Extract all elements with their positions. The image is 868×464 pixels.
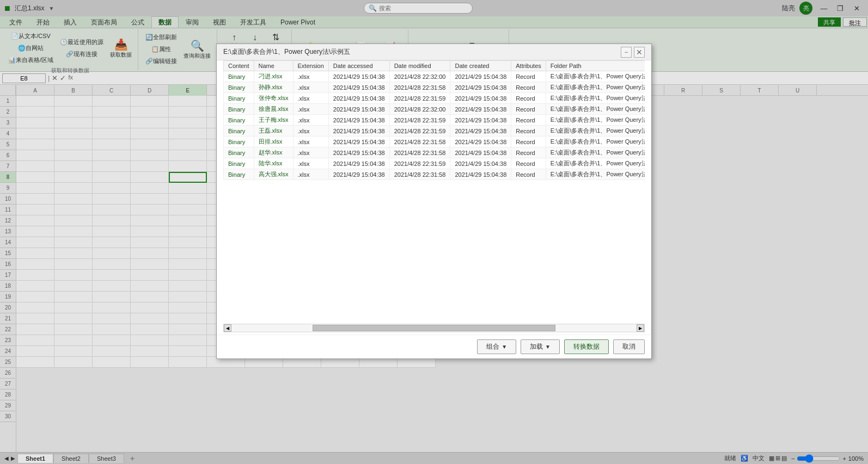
table-cell: 2021/4/29 15:04:38 bbox=[450, 147, 511, 158]
table-cell: 徐唐晨.xlsx bbox=[254, 104, 293, 115]
table-cell: 2021/4/29 15:04:38 bbox=[328, 93, 389, 104]
table-cell: 田排.xlsx bbox=[254, 137, 293, 147]
table-cell: Record bbox=[511, 126, 546, 137]
table-row: Binary徐唐晨.xlsx.xlsx2021/4/29 15:04:38202… bbox=[224, 104, 645, 115]
transform-button[interactable]: 转换数据 bbox=[564, 339, 609, 354]
dialog-minimize-button[interactable]: − bbox=[621, 47, 632, 58]
table-cell: 王子梅.xlsx bbox=[254, 115, 293, 126]
table-cell: 2021/4/29 15:04:38 bbox=[328, 115, 389, 126]
scroll-track[interactable] bbox=[231, 325, 637, 331]
table-cell: E:\桌面\多表合并\1、Power Query法\示例 bbox=[546, 93, 645, 104]
table-cell: Record bbox=[511, 169, 546, 180]
table-cell: .xlsx bbox=[293, 93, 328, 104]
col-header-extension: Extension bbox=[293, 61, 328, 71]
table-cell: .xlsx bbox=[293, 169, 328, 180]
scroll-right-arrow[interactable]: ▶ bbox=[637, 324, 644, 332]
dialog-table-body: Binary刁进.xlsx.xlsx2021/4/29 15:04:382021… bbox=[224, 71, 645, 180]
col-header-folder-path: Folder Path bbox=[546, 61, 645, 71]
table-cell: E:\桌面\多表合并\1、Power Query法\示例 bbox=[546, 82, 645, 93]
table-cell: Binary bbox=[224, 169, 254, 180]
table-cell: Binary bbox=[224, 71, 254, 82]
table-cell: 2021/4/29 15:04:38 bbox=[450, 93, 511, 104]
table-cell: 2021/4/29 15:04:38 bbox=[328, 147, 389, 158]
table-cell: Record bbox=[511, 71, 546, 82]
col-header-date-created: Date created bbox=[450, 61, 511, 71]
table-cell: 2021/4/29 15:04:38 bbox=[450, 126, 511, 137]
table-cell: .xlsx bbox=[293, 147, 328, 158]
dialog-header: E:\桌面\多表合并\1、Power Query法\示例五 − ✕ bbox=[217, 44, 651, 60]
table-row: Binary张仲奇.xlsx.xlsx2021/4/29 15:04:38202… bbox=[224, 93, 645, 104]
dialog-table-container[interactable]: Content Name Extension Date accessed Dat… bbox=[223, 60, 645, 321]
table-cell: 2021/4/28 22:31:59 bbox=[389, 115, 450, 126]
table-cell: 孙静.xlsx bbox=[254, 82, 293, 93]
table-cell: 2021/4/29 15:04:38 bbox=[450, 158, 511, 169]
table-row: Binary刁进.xlsx.xlsx2021/4/29 15:04:382021… bbox=[224, 71, 645, 82]
table-cell: 2021/4/29 15:04:38 bbox=[450, 169, 511, 180]
table-cell: 2021/4/28 22:31:58 bbox=[389, 82, 450, 93]
col-header-date-accessed: Date accessed bbox=[328, 61, 389, 71]
table-cell: .xlsx bbox=[293, 71, 328, 82]
table-cell: Binary bbox=[224, 147, 254, 158]
table-cell: Record bbox=[511, 158, 546, 169]
dialog-overlay: E:\桌面\多表合并\1、Power Query法\示例五 − ✕ Conten… bbox=[0, 0, 868, 464]
table-cell: E:\桌面\多表合并\1、Power Query法\示例 bbox=[546, 137, 645, 147]
table-cell: 2021/4/29 15:04:38 bbox=[328, 137, 389, 147]
file-browser-dialog: E:\桌面\多表合并\1、Power Query法\示例五 − ✕ Conten… bbox=[216, 44, 652, 359]
table-cell: 2021/4/28 22:31:59 bbox=[389, 158, 450, 169]
table-cell: 2021/4/29 15:04:38 bbox=[328, 169, 389, 180]
table-cell: Record bbox=[511, 115, 546, 126]
file-data-table: Content Name Extension Date accessed Dat… bbox=[223, 60, 645, 180]
table-cell: Record bbox=[511, 147, 546, 158]
table-cell: 2021/4/29 15:04:38 bbox=[328, 126, 389, 137]
col-header-attributes: Attributes bbox=[511, 61, 546, 71]
table-row: Binary赵华.xlsx.xlsx2021/4/29 15:04:382021… bbox=[224, 147, 645, 158]
table-cell: Binary bbox=[224, 137, 254, 147]
table-cell: Record bbox=[511, 93, 546, 104]
combine-button[interactable]: 组合 ▼ bbox=[477, 339, 516, 354]
table-cell: 2021/4/29 15:04:38 bbox=[450, 71, 511, 82]
table-cell: Binary bbox=[224, 93, 254, 104]
table-cell: Binary bbox=[224, 115, 254, 126]
table-cell: .xlsx bbox=[293, 104, 328, 115]
table-cell: Record bbox=[511, 137, 546, 147]
table-cell: Binary bbox=[224, 126, 254, 137]
table-cell: 2021/4/28 22:32:00 bbox=[389, 104, 450, 115]
table-cell: E:\桌面\多表合并\1、Power Query法\示例 bbox=[546, 158, 645, 169]
table-cell: Record bbox=[511, 82, 546, 93]
combine-dropdown-arrow[interactable]: ▼ bbox=[502, 344, 507, 350]
table-cell: 2021/4/29 15:04:38 bbox=[450, 137, 511, 147]
table-cell: E:\桌面\多表合并\1、Power Query法\示例 bbox=[546, 169, 645, 180]
table-cell: 赵华.xlsx bbox=[254, 147, 293, 158]
load-dropdown-arrow[interactable]: ▼ bbox=[545, 344, 551, 350]
table-cell: E:\桌面\多表合并\1、Power Query法\示例 bbox=[546, 104, 645, 115]
col-header-name: Name bbox=[254, 61, 293, 71]
table-cell: 2021/4/28 22:31:58 bbox=[389, 169, 450, 180]
load-button[interactable]: 加载 ▼ bbox=[521, 339, 560, 354]
table-cell: 2021/4/28 22:31:58 bbox=[389, 147, 450, 158]
table-cell: 2021/4/29 15:04:38 bbox=[328, 104, 389, 115]
cancel-button[interactable]: 取消 bbox=[613, 339, 645, 354]
table-row: Binary田排.xlsx.xlsx2021/4/29 15:04:382021… bbox=[224, 137, 645, 147]
col-header-date-modified: Date modified bbox=[389, 61, 450, 71]
table-cell: E:\桌面\多表合并\1、Power Query法\示例 bbox=[546, 71, 645, 82]
table-cell: Binary bbox=[224, 104, 254, 115]
table-cell: .xlsx bbox=[293, 137, 328, 147]
table-row: Binary高大强.xlsx.xlsx2021/4/29 15:04:38202… bbox=[224, 169, 645, 180]
scroll-left-arrow[interactable]: ◀ bbox=[224, 324, 231, 332]
table-cell: E:\桌面\多表合并\1、Power Query法\示例 bbox=[546, 126, 645, 137]
table-row: Binary陆华.xlsx.xlsx2021/4/29 15:04:382021… bbox=[224, 158, 645, 169]
table-cell: Binary bbox=[224, 158, 254, 169]
table-row: Binary孙静.xlsx.xlsx2021/4/29 15:04:382021… bbox=[224, 82, 645, 93]
table-cell: 2021/4/29 15:04:38 bbox=[450, 115, 511, 126]
table-cell: .xlsx bbox=[293, 115, 328, 126]
scroll-thumb[interactable] bbox=[313, 325, 555, 331]
table-row: Binary王子梅.xlsx.xlsx2021/4/29 15:04:38202… bbox=[224, 115, 645, 126]
table-cell: 2021/4/29 15:04:38 bbox=[328, 158, 389, 169]
table-cell: 高大强.xlsx bbox=[254, 169, 293, 180]
table-cell: 张仲奇.xlsx bbox=[254, 93, 293, 104]
table-cell: Record bbox=[511, 104, 546, 115]
dialog-title-label: E:\桌面\多表合并\1、Power Query法\示例五 bbox=[223, 47, 350, 57]
dialog-close-button[interactable]: ✕ bbox=[634, 47, 645, 58]
horizontal-scrollbar[interactable]: ◀ ▶ bbox=[223, 324, 645, 332]
dialog-footer: 组合 ▼ 加载 ▼ 转换数据 取消 bbox=[217, 335, 651, 358]
